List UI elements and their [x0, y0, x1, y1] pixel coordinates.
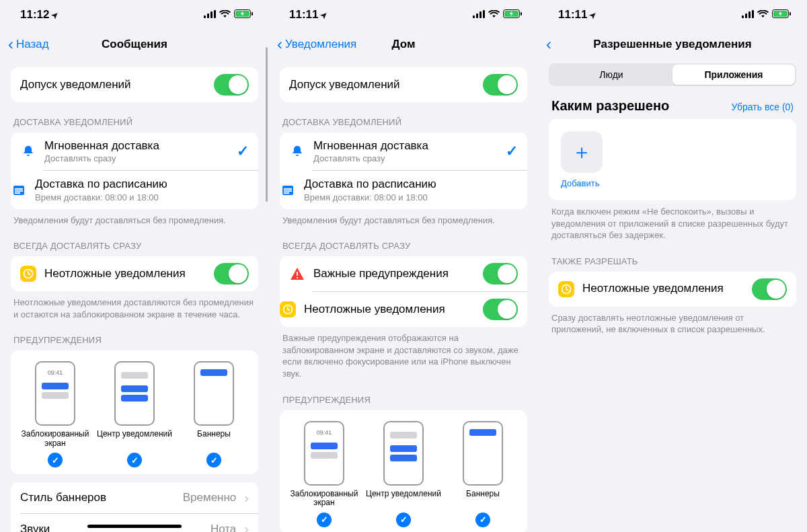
- signal-icon: [473, 8, 485, 22]
- section-alerts: ПРЕДУПРЕЖДЕНИЯ: [11, 320, 258, 350]
- status-time: 11:11: [558, 8, 587, 22]
- section-delivery: ДОСТАВКА УВЕДОМЛЕНИЙ: [280, 102, 527, 132]
- check-icon: ✓: [206, 453, 221, 467]
- segment-people[interactable]: Люди: [550, 65, 672, 85]
- allow-notifications-row[interactable]: Допуск уведомлений: [280, 67, 527, 102]
- check-icon: ✓: [317, 512, 332, 527]
- time-sensitive-row[interactable]: Неотложные уведомления: [11, 256, 258, 291]
- location-icon: [590, 8, 597, 22]
- check-icon: ✓: [127, 453, 142, 467]
- sounds-row[interactable]: Звуки Нота ›: [20, 513, 258, 532]
- back-button[interactable]: ‹: [546, 36, 551, 52]
- ts-toggle[interactable]: [214, 263, 249, 284]
- wifi-icon: [757, 8, 769, 22]
- svg-rect-26: [742, 15, 744, 18]
- scheduled-title: Доставка по расписанию: [35, 178, 249, 191]
- phone-screen-1: 11:12 ‹ Назад Сообщения: [0, 0, 269, 532]
- warning-icon: [289, 266, 305, 282]
- allow-label: Допуск уведомлений: [289, 78, 475, 91]
- svg-rect-0: [204, 15, 206, 18]
- time-sensitive-row[interactable]: Неотложные уведомления: [312, 291, 527, 327]
- ts-label: Неотложные уведомления: [304, 303, 475, 316]
- immediate-title: Мгновенная доставка: [44, 139, 229, 153]
- delivery-note: Уведомления будут доставляться без проме…: [280, 209, 527, 227]
- svg-rect-29: [752, 10, 754, 18]
- time-sensitive-row[interactable]: Неотложные уведомления: [549, 272, 796, 307]
- allow-label: Допуск уведомлений: [20, 78, 206, 91]
- signal-icon: [204, 8, 216, 22]
- page-title: Разрешенные уведомления: [538, 38, 807, 51]
- bell-icon: [20, 143, 36, 159]
- scheduled-delivery-row[interactable]: Доставка по расписанию Время доставки: 0…: [312, 170, 527, 208]
- section-also: ТАКЖЕ РАЗРЕШАТЬ: [549, 241, 796, 272]
- svg-rect-13: [476, 13, 478, 18]
- remove-all-link[interactable]: Убрать все (0): [731, 102, 794, 112]
- chevron-left-icon: ‹: [546, 36, 551, 52]
- immediate-delivery-row[interactable]: Мгновенная доставка Доставлять сразу ✓: [11, 132, 258, 170]
- back-button[interactable]: ‹ Уведомления: [277, 36, 356, 52]
- alert-lock-col[interactable]: Заблокированный экран ✓: [286, 421, 362, 527]
- wifi-icon: [488, 8, 500, 22]
- alert-center-col[interactable]: Центр уведомлений ✓: [97, 361, 172, 467]
- alert-lock-col[interactable]: Заблокированный экран ✓: [17, 361, 93, 467]
- allow-toggle[interactable]: [483, 74, 518, 96]
- status-bar: 11:11: [538, 0, 807, 30]
- back-label: Уведомления: [285, 38, 356, 51]
- alert-center-col[interactable]: Центр уведомлений ✓: [366, 421, 441, 527]
- segmented-control[interactable]: Люди Приложения: [549, 63, 796, 86]
- alert-banner-col[interactable]: Баннеры ✓: [176, 361, 252, 467]
- schedule-icon: [280, 182, 296, 198]
- chevron-right-icon: ›: [244, 490, 249, 506]
- section-always: ВСЕГДА ДОСТАВЛЯТЬ СРАЗУ: [11, 226, 258, 256]
- banner-style-row[interactable]: Стиль баннеров Временно ›: [11, 482, 258, 513]
- svg-rect-10: [15, 192, 20, 194]
- segment-apps[interactable]: Приложения: [672, 65, 795, 85]
- nav-header: ‹ Разрешенные уведомления: [538, 30, 807, 59]
- svg-rect-15: [483, 10, 485, 18]
- scheduled-title: Доставка по расписанию: [304, 178, 518, 191]
- ts-toggle[interactable]: [752, 278, 787, 300]
- clock-icon: [558, 281, 574, 297]
- ts-toggle[interactable]: [483, 299, 518, 320]
- add-app-tile[interactable]: ＋ Добавить: [549, 119, 796, 200]
- phone-screen-2: 11:11 ‹ Уведомления Дом Допуск уведомлен…: [269, 0, 538, 532]
- sounds-value: Нота: [210, 523, 236, 532]
- svg-rect-21: [284, 190, 292, 192]
- nav-header: ‹ Уведомления Дом: [269, 30, 538, 59]
- schedule-icon: [11, 182, 27, 198]
- svg-rect-6: [252, 12, 253, 15]
- alert-lock-label: Заблокированный экран: [286, 490, 362, 508]
- svg-rect-18: [521, 12, 522, 15]
- ts-note: Неотложные уведомления доставляются без …: [11, 291, 258, 320]
- plus-icon: ＋: [561, 131, 603, 173]
- scrollbar[interactable]: [266, 47, 268, 202]
- scheduled-delivery-row[interactable]: Доставка по расписанию Время доставки: 0…: [43, 170, 258, 208]
- critical-toggle[interactable]: [483, 263, 518, 284]
- svg-rect-20: [284, 188, 292, 190]
- svg-rect-28: [748, 11, 751, 18]
- alerts-card: Заблокированный экран ✓ Центр уведомлени…: [11, 350, 258, 474]
- banner-style-value: Временно: [183, 491, 237, 504]
- delivery-note: Уведомления будут доставляться без проме…: [11, 209, 258, 227]
- critical-alerts-row[interactable]: Важные предупреждения: [280, 256, 527, 291]
- alert-banner-col[interactable]: Баннеры ✓: [445, 421, 521, 527]
- immediate-delivery-row[interactable]: Мгновенная доставка Доставлять сразу ✓: [280, 132, 527, 170]
- ts-label: Неотложные уведомления: [582, 282, 744, 295]
- critical-label: Важные предупреждения: [313, 267, 475, 280]
- banner-style-label: Стиль баннеров: [20, 491, 175, 504]
- back-button[interactable]: ‹ Назад: [8, 36, 49, 52]
- check-icon: ✓: [396, 512, 411, 527]
- section-always: ВСЕГДА ДОСТАВЛЯТЬ СРАЗУ: [280, 226, 527, 256]
- alert-center-label: Центр уведомлений: [97, 430, 172, 449]
- svg-rect-27: [745, 13, 747, 18]
- allow-toggle[interactable]: [214, 74, 249, 96]
- svg-rect-1: [207, 13, 209, 18]
- chevron-left-icon: ‹: [277, 36, 282, 52]
- home-indicator[interactable]: [87, 525, 182, 528]
- alert-lock-label: Заблокированный экран: [17, 430, 93, 449]
- nav-header: ‹ Назад Сообщения: [0, 30, 269, 59]
- chevron-left-icon: ‹: [8, 36, 13, 52]
- allow-notifications-row[interactable]: Допуск уведомлений: [11, 67, 258, 102]
- phone-screen-3: 11:11 ‹ Разрешенные уведомления Люди При…: [538, 0, 807, 532]
- alert-banner-label: Баннеры: [466, 490, 500, 508]
